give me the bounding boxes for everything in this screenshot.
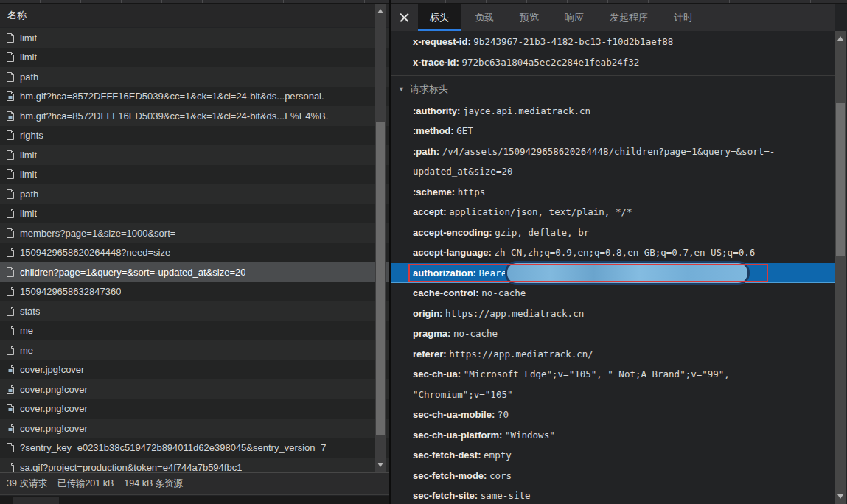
header-value: "Windows": [505, 430, 555, 441]
request-row[interactable]: cover.png!cover: [0, 379, 389, 399]
header-key: accept:: [413, 206, 449, 217]
header-row[interactable]: sec-fetch-mode: cors: [391, 466, 835, 486]
request-name: members?page=1&size=1000&sort=: [20, 228, 175, 239]
header-row[interactable]: :method: GET: [391, 121, 835, 141]
header-row[interactable]: origin: https://app.mediatrack.cn: [391, 304, 835, 324]
header-row[interactable]: cache-control: no-cache: [391, 283, 835, 304]
header-row[interactable]: accept: application/json, text/plain, */…: [391, 202, 835, 223]
request-list-scrollbar[interactable]: [375, 4, 386, 472]
request-row[interactable]: path: [0, 67, 389, 87]
header-value: /v4/assets/1509429658620264448/children?…: [413, 146, 775, 178]
request-row[interactable]: limit: [0, 204, 389, 224]
header-row[interactable]: sec-ch-ua-mobile: ?0: [391, 405, 835, 425]
scrollbar-thumb[interactable]: [376, 122, 385, 435]
name-column-header[interactable]: 名称: [0, 4, 389, 27]
header-row[interactable]: :path: /v4/assets/1509429658620264448/ch…: [391, 141, 835, 182]
tab-标头[interactable]: 标头: [418, 4, 461, 31]
image-file-icon: [6, 111, 15, 122]
header-row[interactable]: sec-fetch-site: same-site: [391, 486, 835, 504]
tab-发起程序[interactable]: 发起程序: [598, 4, 660, 31]
scroll-down-icon[interactable]: [837, 494, 843, 499]
header-row[interactable]: pragma: no-cache: [391, 323, 835, 344]
request-name: cover.png!cover: [20, 403, 88, 414]
request-name: limit: [20, 208, 37, 219]
section-title: 请求标头: [410, 83, 448, 94]
tab-label: 预览: [520, 11, 539, 24]
document-file-icon: [6, 247, 15, 258]
request-row[interactable]: me: [0, 340, 389, 360]
request-name: path: [20, 71, 38, 83]
header-row[interactable]: sec-ch-ua: "Microsoft Edge";v="105", " N…: [391, 364, 835, 405]
request-row[interactable]: hm.gif?hca=8572DFFF16ED5039&cc=1&ck=1&cl…: [0, 87, 389, 107]
request-row[interactable]: children?page=1&query=&sort=-updated_at&…: [0, 262, 389, 282]
header-value: no-cache: [453, 328, 498, 339]
header-row[interactable]: sec-fetch-dest: empty: [391, 445, 835, 466]
scroll-up-icon[interactable]: [377, 9, 383, 13]
header-value: https: [458, 186, 486, 197]
scroll-down-icon[interactable]: [377, 463, 383, 467]
request-row[interactable]: limit: [0, 165, 389, 185]
header-value: jayce.api.mediatrack.cn: [463, 105, 590, 116]
request-name: limit: [20, 169, 37, 180]
header-row[interactable]: referer: https://app.mediatrack.cn/: [391, 344, 835, 365]
headers-scrollbar[interactable]: [835, 31, 846, 504]
request-row[interactable]: cover.jpg!cover: [0, 360, 389, 380]
request-name: limit: [20, 52, 37, 63]
request-row[interactable]: cover.png!cover: [0, 399, 389, 419]
close-details-button[interactable]: [391, 4, 418, 31]
document-file-icon: [6, 345, 15, 356]
request-row[interactable]: rights: [0, 126, 389, 146]
header-value: empty: [484, 449, 512, 461]
header-row[interactable]: x-request-id: 9b243967-21b3-4182-bc13-f1…: [391, 32, 835, 52]
document-file-icon: [6, 442, 15, 453]
tab-响应[interactable]: 响应: [553, 4, 596, 31]
header-row[interactable]: x-trace-id: 972bc63a1804a5ec2c284e1feab2…: [391, 52, 835, 73]
header-value: 9b243967-21b3-4182-bc13-f10d2b1aef88: [473, 36, 673, 47]
token-redaction-scribble: [505, 261, 750, 285]
document-file-icon: [6, 150, 15, 161]
tab-label: 响应: [565, 11, 584, 24]
scrollbar-thumb[interactable]: [836, 103, 845, 256]
request-row[interactable]: me: [0, 321, 389, 341]
status-request-count: 39 次请求: [7, 477, 47, 490]
details-tabs: 标头负载预览响应发起程序计时: [418, 4, 707, 31]
tab-计时[interactable]: 计时: [662, 4, 705, 31]
tab-预览[interactable]: 预览: [508, 4, 551, 31]
header-key: accept-encoding:: [413, 227, 495, 238]
image-file-icon: [6, 91, 15, 102]
header-value: no-cache: [481, 287, 526, 298]
request-row[interactable]: sa.gif?project=production&token=e4f744a7…: [0, 458, 389, 472]
document-file-icon: [6, 286, 15, 297]
document-file-icon: [6, 306, 15, 317]
request-name: sa.gif?project=production&token=e4f744a7…: [20, 462, 242, 472]
tab-label: 标头: [430, 11, 449, 24]
header-key: pragma:: [413, 328, 453, 339]
request-row[interactable]: stats: [0, 301, 389, 321]
header-row[interactable]: :scheme: https: [391, 182, 835, 203]
name-column-label: 名称: [7, 10, 27, 21]
tab-label: 发起程序: [610, 11, 648, 24]
request-list: limitlimitpathhm.gif?hca=8572DFFF16ED503…: [0, 28, 389, 472]
request-row[interactable]: ?sentry_key=e0231b38c519472b894011d62e39…: [0, 438, 389, 458]
document-file-icon: [6, 130, 15, 141]
request-row[interactable]: path: [0, 184, 389, 204]
header-row[interactable]: sec-ch-ua-platform: "Windows": [391, 425, 835, 446]
tab-负载[interactable]: 负载: [463, 4, 506, 31]
header-row[interactable]: accept-encoding: gzip, deflate, br: [391, 223, 835, 243]
request-row[interactable]: 1509429658620264448?need=size: [0, 243, 389, 263]
status-resources: 194 kB 条资源: [124, 477, 183, 490]
request-headers-section-header[interactable]: ▼请求标头: [391, 79, 835, 101]
header-row[interactable]: :authority: jayce.api.mediatrack.cn: [391, 101, 835, 122]
header-row-authorization-selected[interactable]: authorization: Bearer: [391, 263, 835, 284]
bottom-strip: [0, 496, 389, 504]
request-row[interactable]: cover.png!cover: [0, 419, 389, 438]
request-row[interactable]: limit: [0, 28, 389, 48]
header-row[interactable]: accept-language: zh-CN,zh;q=0.9,en;q=0.8…: [391, 242, 835, 263]
request-row[interactable]: 1509429658632847360: [0, 282, 389, 302]
request-row[interactable]: members?page=1&size=1000&sort=: [0, 223, 389, 243]
scroll-up-icon[interactable]: [837, 36, 843, 41]
request-row[interactable]: limit: [0, 48, 389, 68]
request-row[interactable]: hm.gif?hca=8572DFFF16ED5039&cc=1&ck=1&cl…: [0, 106, 389, 126]
header-value: cors: [489, 470, 512, 481]
request-row[interactable]: limit: [0, 145, 389, 165]
